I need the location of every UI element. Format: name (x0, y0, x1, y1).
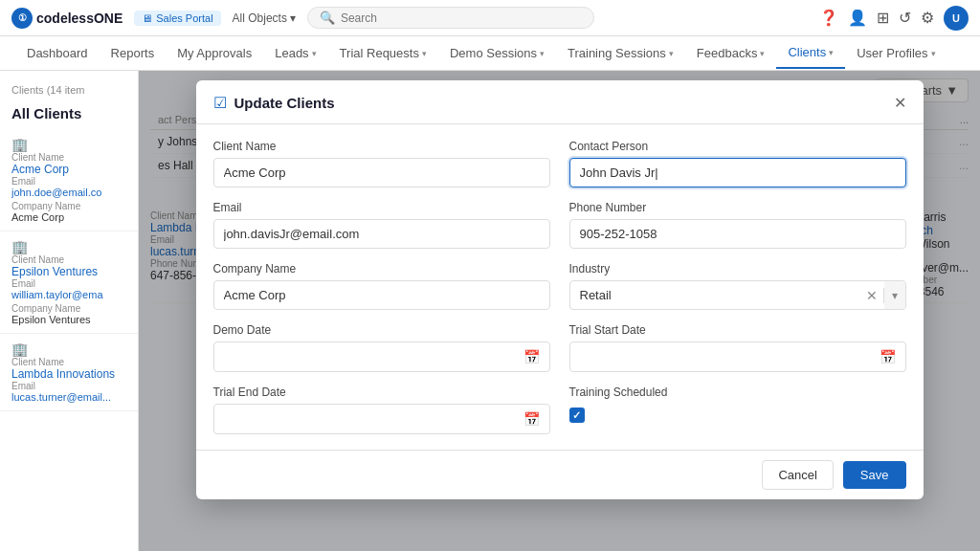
trial-end-picker[interactable]: 📅 (213, 404, 550, 434)
contact-person-label: Contact Person (569, 140, 906, 153)
client-name-label-lambda: Client Name (11, 357, 126, 367)
trial-end-group: Trial End Date 📅 (213, 386, 550, 434)
cancel-button[interactable]: Cancel (762, 460, 833, 490)
refresh-icon[interactable]: ↺ (899, 9, 911, 27)
trial-start-picker[interactable]: 📅 (569, 342, 906, 372)
demo-date-group: Demo Date 📅 (213, 323, 550, 372)
client-card-epsilon[interactable]: 🏢 Client Name Epsilon Ventures Email wil… (0, 231, 138, 334)
top-bar: ① codelessONE 🖥 Sales Portal All Objects… (0, 0, 980, 36)
demo-date-picker[interactable]: 📅 (213, 342, 550, 372)
portal-icon: 🖥 (142, 12, 152, 24)
client-name-label-epsilon: Client Name (11, 254, 126, 265)
contact-person-input[interactable] (569, 158, 906, 187)
search-icon: 🔍 (320, 11, 335, 25)
breadcrumb: Clients (14 item (0, 78, 138, 101)
training-scheduled-group: Training Scheduled (569, 386, 906, 434)
email-lambda: lucas.turner@email... (11, 391, 126, 403)
client-name-group: Client Name (213, 140, 550, 187)
contact-person-group: Contact Person (569, 140, 906, 187)
grid-icon[interactable]: ⊞ (877, 9, 889, 27)
industry-clear-button[interactable]: ✕ (860, 288, 884, 303)
modal-title: Update Clients (234, 95, 335, 111)
clients-chevron: ▾ (829, 48, 834, 57)
modal-checkbox-icon: ☑ (213, 94, 227, 112)
nav-item-training-sessions[interactable]: Training Sessions ▾ (556, 38, 685, 68)
nav-item-demo-sessions[interactable]: Demo Sessions ▾ (438, 38, 556, 68)
nav-item-feedbacks[interactable]: Feedbacks ▾ (685, 38, 777, 68)
demo-date-label: Demo Date (213, 323, 550, 337)
nav-item-trial-requests[interactable]: Trial Requests ▾ (328, 38, 438, 68)
industry-group: Industry Retail ✕ ▾ (569, 262, 906, 310)
logo-text: codelessONE (36, 11, 122, 26)
form-grid: Client Name Contact Person Email (213, 140, 906, 434)
trial-start-group: Trial Start Date 📅 (569, 323, 906, 372)
modal-header: ☑ Update Clients ✕ (196, 80, 924, 124)
save-button[interactable]: Save (843, 461, 906, 489)
all-objects-btn[interactable]: All Objects ▾ (233, 11, 296, 25)
training-scheduled-label: Training Scheduled (569, 386, 906, 399)
search-bar[interactable]: 🔍 (307, 7, 594, 29)
client-card-lambda[interactable]: 🏢 Client Name Lambda Innovations Email l… (0, 334, 138, 411)
email-label: Email (213, 201, 550, 214)
phone-label: Phone Number (569, 201, 906, 214)
email-acme: john.doe@email.co (11, 187, 126, 198)
email-label-epsilon: Email (11, 278, 126, 289)
demo-sessions-chevron: ▾ (540, 49, 545, 58)
all-objects-chevron: ▾ (290, 11, 296, 25)
training-checkbox-wrap (569, 408, 906, 423)
trial-start-label: Trial Start Date (569, 323, 906, 337)
trial-end-label: Trial End Date (213, 386, 550, 399)
client-card-acme[interactable]: 🏢 Client Name Acme Corp Email john.doe@e… (0, 129, 138, 231)
company-name-label: Company Name (213, 262, 550, 276)
modal-close-button[interactable]: ✕ (894, 94, 906, 112)
email-group: Email (213, 201, 550, 249)
search-input[interactable] (341, 11, 582, 25)
phone-input[interactable] (569, 219, 906, 249)
client-icon: 🏢 (11, 137, 28, 152)
portal-label: Sales Portal (156, 12, 212, 24)
all-objects-label: All Objects (233, 11, 287, 25)
client-name-label: Client Name (11, 152, 126, 163)
settings-icon[interactable]: ⚙ (921, 9, 934, 27)
feedbacks-chevron: ▾ (760, 49, 765, 58)
update-clients-modal: ☑ Update Clients ✕ Client Name Contact P… (196, 80, 924, 499)
company-acme: Acme Corp (11, 211, 126, 223)
modal-overlay: ☑ Update Clients ✕ Client Name Contact P… (139, 71, 980, 551)
nav-bar: Dashboard Reports My Approvals Leads ▾ T… (0, 36, 980, 71)
company-label-acme: Company Name (11, 201, 126, 211)
client-name-lambda[interactable]: Lambda Innovations (11, 367, 126, 381)
email-epsilon: william.taylor@ema (11, 289, 126, 300)
portal-badge[interactable]: 🖥 Sales Portal (134, 11, 220, 26)
modal-footer: Cancel Save (196, 450, 924, 499)
nav-item-user-profiles[interactable]: User Profiles ▾ (845, 38, 947, 68)
company-name-group: Company Name (213, 262, 550, 310)
nav-item-dashboard[interactable]: Dashboard (15, 38, 100, 68)
nav-item-leads[interactable]: Leads ▾ (263, 38, 327, 68)
email-input[interactable] (213, 219, 550, 249)
logo: ① codelessONE (11, 8, 122, 29)
users-icon[interactable]: 👤 (848, 9, 867, 27)
leads-chevron: ▾ (312, 49, 317, 58)
phone-group: Phone Number (569, 201, 906, 249)
training-checkbox[interactable] (569, 408, 585, 423)
nav-item-reports[interactable]: Reports (100, 38, 167, 68)
training-sessions-chevron: ▾ (669, 49, 674, 58)
industry-value: Retail (570, 281, 860, 309)
demo-date-calendar-icon: 📅 (523, 349, 540, 364)
industry-dropdown-button[interactable]: ▾ (884, 281, 905, 309)
avatar[interactable]: U (944, 6, 969, 31)
nav-item-clients[interactable]: Clients ▾ (776, 37, 845, 69)
company-name-input[interactable] (213, 280, 550, 310)
content-area: Clients (14 item All Clients 🏢 Client Na… (0, 71, 980, 551)
client-name-acme[interactable]: Acme Corp (11, 163, 126, 176)
client-name-epsilon[interactable]: Epsilon Ventures (11, 265, 126, 278)
left-panel: Clients (14 item All Clients 🏢 Client Na… (0, 71, 139, 551)
help-icon[interactable]: ❓ (819, 9, 838, 27)
logo-icon: ① (11, 8, 33, 29)
industry-label: Industry (569, 262, 906, 276)
page-title: All Clients (0, 101, 138, 129)
client-name-label: Client Name (213, 140, 550, 153)
industry-select[interactable]: Retail ✕ ▾ (569, 280, 906, 310)
client-name-input[interactable] (213, 158, 550, 187)
nav-item-approvals[interactable]: My Approvals (166, 38, 263, 68)
